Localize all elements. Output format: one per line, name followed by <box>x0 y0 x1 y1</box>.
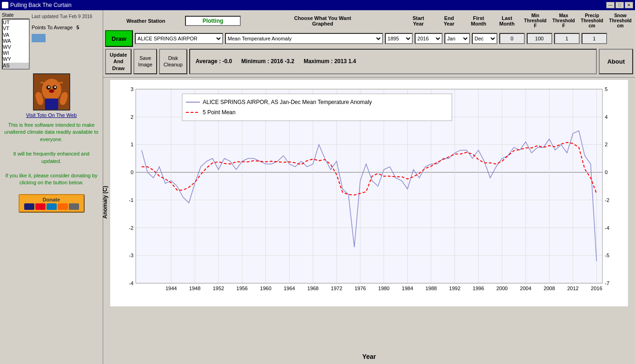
max-threshold-label: MaxThresholdF <box>551 13 576 28</box>
donate-button[interactable]: Donate <box>19 194 85 213</box>
info-text-3: If you like it, please consider donating… <box>4 172 99 187</box>
chart-type-select[interactable]: Mean Temperature Anomaly <box>225 33 383 44</box>
maximum-stat: Maximum : 2013 1.4 <box>304 58 356 65</box>
svg-text:1956: 1956 <box>237 286 248 291</box>
svg-text:1984: 1984 <box>402 286 413 291</box>
svg-text:-2: -2 <box>129 225 133 230</box>
svg-text:2012: 2012 <box>567 286 578 291</box>
svg-text:5: 5 <box>605 86 608 92</box>
minimum-stat: Minimum : 2016 -3.2 <box>241 58 294 65</box>
first-month-label: FirstMonth <box>466 15 491 26</box>
close-button[interactable]: ✕ <box>625 2 633 8</box>
stats-box: Average : -0.0 Minimum : 2016 -3.2 Maxim… <box>189 49 597 74</box>
draw-button[interactable]: Draw <box>105 30 133 47</box>
svg-text:1964: 1964 <box>284 286 295 291</box>
svg-text:4: 4 <box>605 114 608 120</box>
right-panel: Weather Station Plotting Choose What You… <box>103 10 635 364</box>
svg-text:1944: 1944 <box>165 286 177 291</box>
first-month-select[interactable]: Jan <box>444 33 470 44</box>
other-card-icon <box>69 203 79 210</box>
station-select[interactable]: ALICE SPRINGS AIRPOR <box>135 33 223 44</box>
svg-text:1: 1 <box>131 142 133 147</box>
state-label: State <box>2 12 30 18</box>
title-bar: Pulling Back The Curtain — □ ✕ <box>0 0 635 10</box>
start-year-label: StartYear <box>404 15 432 26</box>
weather-station-col-label: Weather Station <box>126 18 182 24</box>
svg-text:1988: 1988 <box>425 286 437 291</box>
svg-text:-4: -4 <box>129 280 133 286</box>
points-value: 5 <box>76 25 79 30</box>
svg-text:1952: 1952 <box>213 286 224 291</box>
save-image-button[interactable]: SaveImage <box>133 49 157 74</box>
max-threshold-input[interactable] <box>527 33 552 44</box>
toolbar: Weather Station Plotting Choose What You… <box>103 10 635 78</box>
choose-label: Choose What You WantGraphed <box>244 15 402 26</box>
toolbar-actions-row: UpdateAndDraw SaveImage DiskCleanup Aver… <box>105 48 633 75</box>
amex-icon <box>46 203 57 210</box>
toto-section: Visit Toto On The Web <box>2 73 101 118</box>
maximize-button[interactable]: □ <box>615 2 624 8</box>
svg-point-4 <box>48 86 50 88</box>
svg-text:1992: 1992 <box>449 286 460 291</box>
points-bar <box>32 34 46 42</box>
svg-text:1960: 1960 <box>260 286 271 291</box>
state-option-vt: VT <box>3 26 29 32</box>
svg-text:-3: -3 <box>129 253 133 258</box>
svg-point-6 <box>49 89 54 93</box>
app-icon <box>2 2 8 8</box>
svg-text:2008: 2008 <box>543 286 555 291</box>
card-icons <box>24 203 79 210</box>
svg-text:0: 0 <box>131 169 133 175</box>
about-button[interactable]: About <box>599 49 633 74</box>
x-axis-label: Year <box>105 353 633 360</box>
plotting-box: Plotting <box>185 16 241 26</box>
state-option-wv: WV <box>3 44 29 50</box>
state-option-wa: WA <box>3 38 29 44</box>
toto-link[interactable]: Visit Toto On The Web <box>26 112 77 118</box>
precip-threshold-input[interactable] <box>554 33 580 44</box>
app-title: Pulling Back The Curtain <box>10 2 72 8</box>
precip-threshold-label: PrecipThresholdcm <box>579 13 605 28</box>
svg-rect-7 <box>45 98 58 110</box>
update-and-draw-button[interactable]: UpdateAndDraw <box>105 49 132 74</box>
minimize-button[interactable]: — <box>606 2 615 8</box>
info-text-1: This is free software intended to make u… <box>4 122 99 143</box>
svg-point-5 <box>54 86 56 88</box>
toto-image <box>33 73 70 110</box>
snow-threshold-input[interactable] <box>582 33 607 44</box>
svg-text:3: 3 <box>131 86 133 92</box>
state-option-wi: WI <box>3 50 29 56</box>
svg-text:1996: 1996 <box>473 286 484 291</box>
toolbar-labels-row: Weather Station Plotting Choose What You… <box>105 12 633 29</box>
last-month-select[interactable]: Dec <box>472 33 497 44</box>
info-text-2: It will be frequently enhanced and updat… <box>4 150 99 165</box>
start-year-select[interactable]: 1895 <box>385 33 413 44</box>
svg-text:2: 2 <box>131 114 133 120</box>
last-updated: Last updated Tue Feb 9 2016 <box>32 14 101 19</box>
svg-text:2004: 2004 <box>520 286 531 291</box>
svg-text:2000: 2000 <box>496 286 508 291</box>
mastercard-icon <box>35 203 46 210</box>
state-option-as: AS <box>3 63 29 69</box>
chart-wrapper: Anomaly (C) Anomaly (F) 35241200-1-2-2-4… <box>105 79 633 362</box>
svg-text:1948: 1948 <box>189 286 200 291</box>
svg-rect-73 <box>182 94 452 121</box>
svg-text:2016: 2016 <box>591 286 602 291</box>
min-threshold-label: MinThresholdF <box>523 13 548 28</box>
svg-text:-2: -2 <box>605 197 609 203</box>
svg-text:-5: -5 <box>605 253 609 258</box>
end-year-select[interactable]: 2016 <box>415 33 443 44</box>
state-dropdown[interactable]: TX UT VT VA WA WV WI WY AS GL <box>2 19 30 70</box>
state-option-va: VA <box>3 32 29 38</box>
disk-cleanup-button[interactable]: DiskCleanup <box>159 49 187 74</box>
toolbar-controls-row: Draw ALICE SPRINGS AIRPOR Mean Temperatu… <box>105 29 633 48</box>
svg-text:-4: -4 <box>605 225 609 230</box>
svg-text:1968: 1968 <box>307 286 318 291</box>
svg-text:0: 0 <box>605 169 608 175</box>
svg-text:ALICE SPRINGS AIRPOR, AS  Jan-: ALICE SPRINGS AIRPOR, AS Jan-Dec Mean Te… <box>203 99 372 105</box>
min-threshold-input[interactable] <box>499 33 525 44</box>
sidebar: State TX UT VT VA WA WV WI WY AS GL Last… <box>0 10 103 364</box>
svg-text:1976: 1976 <box>355 286 366 291</box>
average-stat: Average : -0.0 <box>196 58 232 65</box>
points-label: Points To Average <box>32 25 73 30</box>
